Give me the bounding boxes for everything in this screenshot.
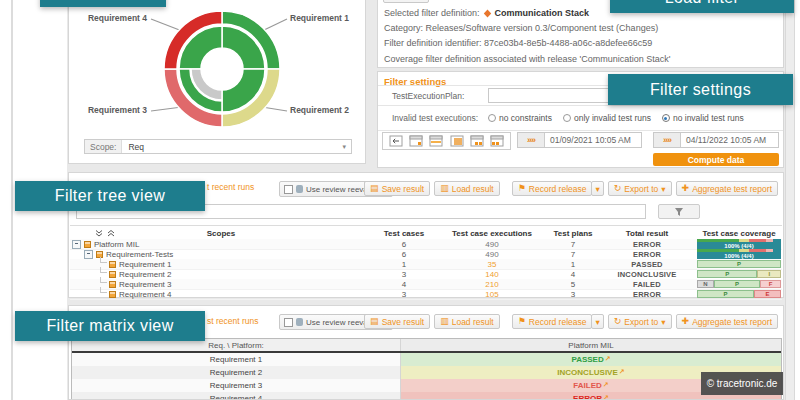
- radio-no-constraints[interactable]: no constraints: [488, 113, 552, 123]
- load-filter-button-partial[interactable]: [383, 0, 429, 3]
- button-label: Record release: [529, 184, 587, 194]
- flag-icon: ⚑: [518, 317, 526, 326]
- collapse-toggle-icon[interactable]: [72, 240, 81, 249]
- cell-total-result: PASSED: [600, 259, 694, 269]
- checkbox-icon[interactable]: [284, 318, 293, 327]
- radio-label: no invalid test runs: [673, 113, 744, 123]
- strip-segment: [773, 239, 781, 242]
- matrix-header-row: Req. \ Platform: Platform MIL: [72, 339, 781, 353]
- callout-filter-matrix-view: Filter matrix view: [15, 311, 205, 341]
- external-link-icon: ↗: [605, 355, 611, 363]
- export-to-button[interactable]: ↻ Export to ▾: [608, 181, 672, 196]
- export-icon: ↻: [614, 317, 622, 326]
- scope-name: Requirement 3: [119, 280, 171, 289]
- status-text: PASSED: [571, 355, 603, 364]
- cell-executions: 35: [438, 259, 546, 269]
- radio-label: only invalid test runs: [574, 113, 651, 123]
- reevaluation-icon: [296, 185, 303, 193]
- use-most-recent-runs-link[interactable]: t recent runs: [207, 182, 254, 192]
- aggregate-icon: ✚: [682, 184, 690, 193]
- load-result-button[interactable]: ▥ Load result: [434, 181, 500, 196]
- invalid-test-executions-row: Invalid test executions: no constraints …: [378, 106, 783, 131]
- matrix-row-requirement-4: Requirement 4 ERROR ↗: [72, 392, 781, 400]
- scope-select-value: Req: [122, 142, 144, 152]
- fast-forward-icon[interactable]: »»: [518, 133, 545, 147]
- button-label: Record release: [529, 317, 587, 327]
- record-release-dropdown-button[interactable]: ▾: [591, 181, 603, 196]
- selected-filter-value: Communication Stack: [495, 8, 590, 18]
- date-preset-icon[interactable]: [429, 135, 443, 147]
- button-label: Save result: [382, 317, 425, 327]
- date-preset-arrow-icon[interactable]: [389, 135, 403, 147]
- chevron-down-icon: ▾: [661, 317, 665, 327]
- reevaluation-icon: [296, 318, 303, 326]
- radio-only-invalid-test-runs[interactable]: only invalid test runs: [563, 113, 651, 123]
- header-total-result: Total result: [600, 226, 694, 240]
- callout-load-filter: Load filter: [610, 0, 794, 13]
- page-left-border: [11, 0, 13, 400]
- fast-forward-icon[interactable]: »»: [654, 133, 681, 147]
- external-link-icon: ↗: [603, 394, 609, 400]
- chevron-down-icon: ▾: [661, 184, 665, 194]
- coverage-segment-P: P: [697, 270, 757, 278]
- matrix-row-requirement-2: Requirement 2 INCONCLUSIVE ↗: [72, 366, 781, 379]
- matrix-status-cell[interactable]: PASSED ↗: [401, 353, 781, 366]
- aggregate-test-report-button[interactable]: ✚ Aggregate test report: [676, 314, 778, 329]
- header-test-case-executions: Test case executions: [438, 226, 546, 240]
- scope-name: Requirement 4: [119, 290, 171, 299]
- date-preset-icon[interactable]: [490, 135, 504, 147]
- cell-test-cases: 4: [370, 279, 438, 289]
- date-preset-icon[interactable]: [470, 135, 484, 147]
- button-label: Export to: [624, 317, 658, 327]
- scope-select[interactable]: Scope: Req ▾: [84, 139, 352, 154]
- leader-line: [151, 19, 182, 31]
- donut-label-requirement-3: Requirement 3: [69, 105, 147, 115]
- load-result-button[interactable]: ▥ Load result: [434, 314, 500, 329]
- cell-test-cases: 3: [370, 269, 438, 279]
- record-release-dropdown-button[interactable]: ▾: [591, 314, 603, 329]
- save-result-button[interactable]: ▤ Save result: [364, 181, 430, 196]
- load-icon: ▥: [440, 317, 449, 326]
- aggregate-test-report-button[interactable]: ✚ Aggregate test report: [676, 181, 778, 196]
- date-to-field[interactable]: »» 04/11/2022 10:05 AM: [653, 132, 779, 148]
- vertical-scrollbar[interactable]: [785, 0, 795, 400]
- test-execution-plan-label: TestExecutionPlan:: [392, 91, 464, 101]
- export-to-button[interactable]: ↻ Export to ▾: [608, 314, 672, 329]
- filter-funnel-button[interactable]: [658, 204, 700, 219]
- load-icon: ▥: [440, 184, 449, 193]
- collapse-toggle-icon[interactable]: [84, 250, 93, 259]
- use-most-recent-runs-link[interactable]: st recent runs: [207, 316, 259, 326]
- leader-line: [151, 107, 182, 111]
- save-result-button[interactable]: ▤ Save result: [364, 314, 430, 329]
- coverage-segment-E: E: [754, 290, 781, 298]
- date-preset-icon[interactable]: [450, 135, 464, 147]
- cell-test-cases: 3: [370, 289, 438, 299]
- strip-segment: [766, 239, 773, 242]
- coverage-segment-N: N: [697, 280, 714, 288]
- record-release-button[interactable]: ⚑ Record release: [512, 181, 593, 196]
- compute-data-button[interactable]: Compute data: [653, 153, 779, 166]
- cell-executions: 490: [438, 239, 546, 249]
- checkbox-icon[interactable]: [284, 185, 293, 194]
- button-label: Aggregate test report: [692, 184, 772, 194]
- filter-identifier-line: Filter definition identifier: 87ce03b4-8…: [384, 38, 652, 48]
- header-scopes: Scopes: [72, 226, 370, 240]
- date-preset-icon[interactable]: [409, 135, 423, 147]
- aggregate-icon: ✚: [682, 317, 690, 326]
- date-from-field[interactable]: »» 01/09/2021 10:05 AM: [517, 132, 642, 148]
- scope-name: Requirement 1: [119, 260, 171, 269]
- button-label: Export to: [624, 184, 658, 194]
- coverage-segment-P: P: [714, 280, 760, 288]
- scope-icon: [109, 281, 116, 288]
- tree-row-requirement-4[interactable]: Requirement 4 3 105 3 ERROR PE: [70, 289, 782, 300]
- header-test-case-coverage: Test case coverage: [694, 226, 784, 240]
- record-release-button[interactable]: ⚑ Record release: [512, 314, 593, 329]
- export-icon: ↻: [614, 184, 622, 193]
- cell-test-plans: 4: [546, 269, 600, 279]
- cell-executions: 140: [438, 269, 546, 279]
- cell-executions: 210: [438, 279, 546, 289]
- button-label: Save result: [382, 184, 425, 194]
- radio-no-invalid-test-runs[interactable]: no invalid test runs: [662, 113, 744, 123]
- scope-icon: [109, 271, 116, 278]
- cell-test-plans: 7: [546, 249, 600, 259]
